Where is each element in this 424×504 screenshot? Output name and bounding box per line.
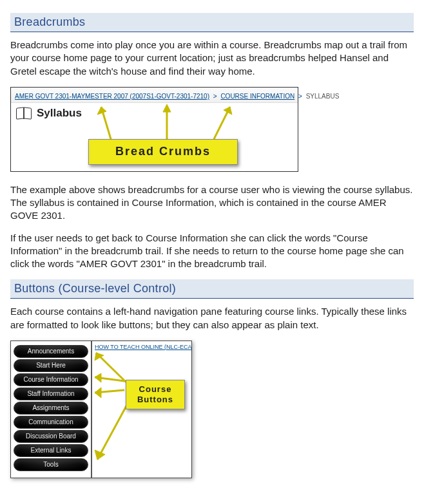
heading-breadcrumbs: Breadcrumbs: [10, 13, 414, 32]
para-breadcrumbs-usage: If the user needs to get back to Course …: [10, 232, 414, 271]
figure-buttons: Announcements Start Here Course Informat…: [10, 341, 192, 478]
breadcrumb-bar: AMER GOVT 2301-MAYMESTER 2007 (2007S1-GO…: [11, 88, 298, 103]
svg-line-12: [97, 405, 127, 460]
nav-button-announcements[interactable]: Announcements: [14, 345, 88, 358]
arrow-icon: [88, 386, 127, 399]
para-breadcrumbs-example: The example above shows breadcrumbs for …: [10, 183, 414, 223]
nav-button-external[interactable]: External Links: [14, 444, 88, 457]
svg-marker-9: [95, 373, 101, 382]
svg-marker-11: [95, 387, 101, 398]
page-title-row: Syllabus: [11, 103, 298, 124]
nav-button-staffinfo[interactable]: Staff Information: [14, 387, 88, 400]
arrow-icon: [88, 373, 127, 386]
svg-marker-3: [163, 104, 171, 112]
breadcrumb-link-courseinfo[interactable]: COURSE INFORMATION: [220, 93, 294, 100]
arrow-icon: [96, 102, 115, 140]
nav-button-assignments[interactable]: Assignments: [14, 402, 88, 415]
breadcrumb-separator: >: [296, 93, 304, 100]
nav-button-discussion[interactable]: Discussion Board: [14, 430, 88, 443]
course-nav: Announcements Start Here Course Informat…: [14, 345, 88, 471]
nav-button-starthere[interactable]: Start Here: [14, 359, 88, 372]
callout-buttons: Course Buttons: [126, 380, 185, 409]
breadcrumb-link-course[interactable]: AMER GOVT 2301-MAYMESTER 2007 (2007S1-GO…: [15, 93, 209, 100]
arrow-icon: [88, 402, 133, 466]
para-buttons-intro: Each course contains a left-hand navigat…: [10, 305, 414, 331]
page-title: Syllabus: [37, 107, 82, 120]
book-icon: [16, 107, 32, 119]
figure-breadcrumbs: AMER GOVT 2301-MAYMESTER 2007 (2007S1-GO…: [10, 87, 298, 172]
svg-marker-13: [95, 450, 105, 460]
nav-button-communication[interactable]: Communication: [14, 416, 88, 429]
nav-button-tools[interactable]: Tools: [14, 458, 88, 471]
callout-breadcrumbs: Bread Crumbs: [88, 139, 238, 165]
nav-button-courseinfo[interactable]: Course Information: [14, 373, 88, 386]
arrow-icon: [211, 102, 236, 140]
para-breadcrumbs-intro: Breadcrumbs come into play once you are …: [10, 39, 414, 78]
breadcrumb-current: SYLLABUS: [306, 93, 340, 100]
callout-line1: Course: [139, 384, 172, 395]
callout-line2: Buttons: [137, 395, 173, 405]
arrow-icon: [159, 102, 175, 140]
svg-marker-1: [97, 107, 106, 115]
breadcrumb-separator: >: [211, 93, 219, 100]
heading-buttons: Buttons (Course-level Control): [10, 279, 414, 299]
